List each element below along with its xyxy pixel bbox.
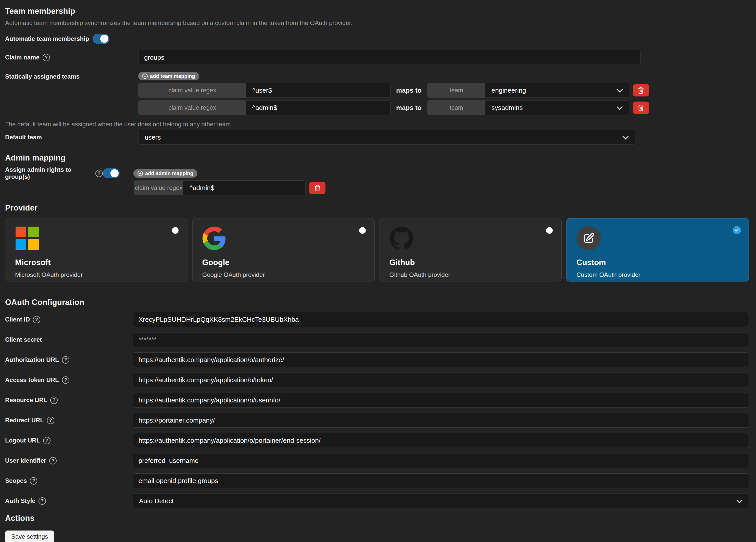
claim-regex-group: claim value regex	[138, 83, 390, 98]
provider-card-description: Microsoft OAuth provider	[15, 271, 187, 279]
oauth-field-label-group: Auth Style ?	[5, 497, 133, 505]
client-secret-input[interactable]	[133, 332, 749, 347]
team-select[interactable]: engineering	[485, 83, 629, 97]
automatic-team-membership-label: Automatic team membership	[5, 35, 89, 42]
provider-card-name: Microsoft	[15, 258, 187, 267]
selected-check-icon	[733, 226, 741, 234]
trash-icon	[637, 104, 644, 111]
oauth-field-label-group: Client ID ?	[5, 316, 133, 323]
oauth-field-label: Scopes	[5, 477, 27, 484]
team-select-value: sysadmins	[492, 104, 523, 112]
resource-url-input[interactable]	[133, 393, 749, 408]
add-team-mapping-button[interactable]: + add team mapping	[138, 72, 199, 80]
admin-mapping-row: claim value regex	[134, 180, 749, 195]
oauth-field-label: Resource URL	[5, 397, 47, 404]
user-identifier-input[interactable]	[133, 453, 749, 468]
maps-to-label: maps to	[396, 86, 422, 94]
user-identifier-help-icon[interactable]: ?	[49, 457, 57, 464]
access-token-url-help-icon[interactable]: ?	[62, 376, 69, 384]
oauth-field-label: Redirect URL	[5, 417, 44, 424]
automatic-team-membership-toggle[interactable]	[93, 34, 109, 44]
auth-style-help-icon[interactable]: ?	[39, 497, 46, 505]
oauth-configuration-title: OAuth Configuration	[5, 298, 749, 307]
microsoft-logo-icon	[15, 226, 39, 250]
oauth-field-label-group: Redirect URL ?	[5, 417, 133, 424]
provider-card-name: Github	[389, 258, 562, 267]
oauth-field-label: Logout URL	[5, 437, 40, 444]
client-id-input[interactable]	[133, 312, 749, 327]
provider-card-description: Google OAuth provider	[202, 271, 374, 279]
client-id-help-icon[interactable]: ?	[33, 316, 40, 323]
oauth-field-row: Access token URL ?	[5, 373, 749, 387]
claim-name-row: Claim name ?	[5, 50, 749, 65]
provider-card-name: Custom	[576, 258, 749, 267]
radio-unselected-icon[interactable]	[172, 227, 179, 234]
oauth-field-label: User identifier	[5, 457, 46, 464]
team-select-group: team sysadmins	[427, 100, 629, 115]
oauth-field-label-group: Logout URL ?	[5, 437, 133, 444]
oauth-field-label: Client ID	[5, 316, 30, 323]
access-token-url-input[interactable]	[133, 373, 749, 387]
team-addon: team	[427, 100, 485, 115]
oauth-field-label-group: User identifier ?	[5, 457, 133, 464]
provider-title: Provider	[5, 203, 749, 212]
trash-icon	[314, 184, 321, 192]
delete-admin-mapping-button[interactable]	[309, 182, 325, 194]
claim-regex-addon: claim value regex	[138, 83, 246, 97]
scopes-help-icon[interactable]: ?	[30, 477, 37, 485]
toggle-knob	[110, 169, 119, 177]
static-teams-block: Statically assigned teams + add team map…	[5, 72, 749, 115]
oauth-field-row: User identifier ?	[5, 453, 749, 468]
auth-style-select[interactable]: Auto Detect	[133, 494, 749, 508]
provider-card-google[interactable]: Google Google OAuth provider	[192, 218, 375, 282]
automatic-team-membership-row: Automatic team membership	[5, 34, 749, 44]
oauth-field-row: Redirect URL ?	[5, 413, 749, 428]
oauth-field-label-group: Authorization URL ?	[5, 356, 133, 364]
claim-regex-input[interactable]	[246, 100, 390, 115]
claim-name-input[interactable]	[138, 50, 641, 65]
default-team-label: Default team	[5, 134, 42, 141]
toggle-knob	[100, 35, 108, 43]
team-mapping-row: claim value regex maps to team sysadmins	[138, 100, 649, 115]
resource-url-help-icon[interactable]: ?	[50, 397, 58, 404]
github-logo-icon	[389, 226, 414, 250]
admin-regex-input[interactable]	[183, 181, 305, 195]
add-admin-mapping-label: add admin mapping	[145, 170, 193, 176]
add-admin-mapping-button[interactable]: + add admin mapping	[133, 169, 197, 177]
oauth-field-row: Auth Style ? Auto Detect	[5, 494, 749, 508]
logout-url-help-icon[interactable]: ?	[43, 437, 51, 444]
oauth-field-label-group: Client secret	[5, 336, 133, 343]
claim-regex-input[interactable]	[246, 83, 390, 97]
team-select-value: engineering	[492, 86, 526, 94]
radio-unselected-icon[interactable]	[546, 227, 553, 234]
trash-icon	[637, 87, 644, 94]
delete-team-mapping-button[interactable]	[633, 101, 649, 114]
radio-unselected-icon[interactable]	[359, 227, 366, 234]
provider-card-github[interactable]: Github Github OAuth provider	[380, 218, 562, 282]
provider-card-microsoft[interactable]: Microsoft Microsoft OAuth provider	[5, 218, 187, 282]
oauth-field-row: Authorization URL ?	[5, 353, 749, 367]
admin-rights-help-icon[interactable]: ?	[95, 170, 103, 177]
authorization-url-help-icon[interactable]: ?	[62, 356, 69, 364]
default-team-label-group: Default team	[5, 134, 138, 141]
oauth-field-row: Client secret	[5, 332, 749, 347]
provider-card-name: Google	[202, 258, 374, 267]
scopes-input[interactable]	[133, 473, 749, 488]
redirect-url-help-icon[interactable]: ?	[47, 417, 54, 424]
default-team-select[interactable]: users	[138, 130, 635, 145]
oauth-field-row: Resource URL ?	[5, 393, 749, 408]
oauth-field-label-group: Scopes ?	[5, 477, 133, 485]
admin-rights-toggle[interactable]	[103, 168, 120, 178]
claim-name-help-icon[interactable]: ?	[43, 54, 50, 61]
provider-card-custom[interactable]: Custom Custom OAuth provider	[566, 218, 749, 282]
team-select[interactable]: sysadmins	[485, 100, 629, 115]
authorization-url-input[interactable]	[133, 353, 749, 367]
save-settings-button[interactable]: Save settings	[5, 531, 54, 542]
admin-regex-addon: claim value regex	[134, 181, 183, 195]
oauth-field-row: Client ID ?	[5, 312, 749, 327]
redirect-url-input[interactable]	[133, 413, 749, 428]
delete-team-mapping-button[interactable]	[633, 84, 649, 96]
team-membership-title: Team membership	[5, 7, 749, 16]
logout-url-input[interactable]	[133, 433, 749, 448]
team-mapping-row: claim value regex maps to team engineeri…	[138, 83, 649, 98]
